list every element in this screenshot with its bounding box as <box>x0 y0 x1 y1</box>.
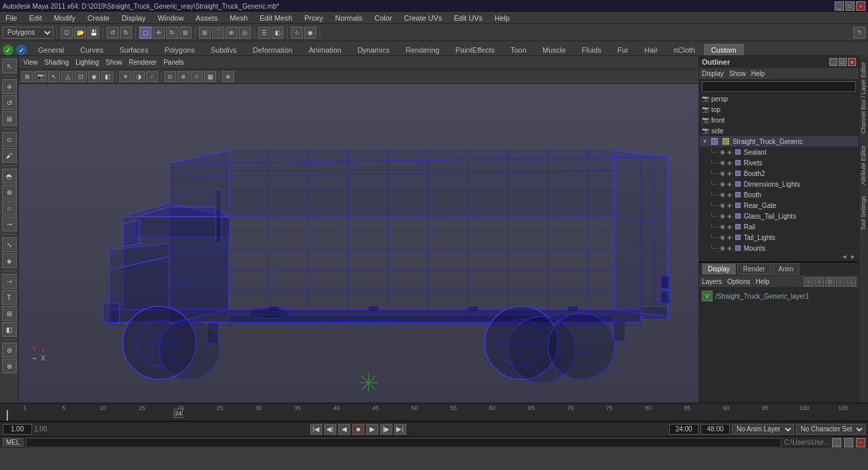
rvt-tool-settings[interactable]: Tool Settings <box>859 190 868 236</box>
mode-check[interactable]: ✓ <box>16 45 27 55</box>
menu-normals[interactable]: Normals <box>332 14 365 22</box>
render2-button[interactable]: ◧ <box>2 322 17 337</box>
help-button[interactable]: ? <box>853 27 865 39</box>
curve-button[interactable]: ∿ <box>2 237 17 252</box>
new-scene-button[interactable]: 🗋 <box>61 27 73 39</box>
anim-layer-dropdown[interactable]: No Anim Layer <box>732 424 794 435</box>
layer-icon-5[interactable]: ↓ <box>847 277 856 287</box>
layer-menu-layers[interactable]: Layers <box>702 278 722 285</box>
tab-ncloth[interactable]: nCloth <box>667 44 703 55</box>
vp-icon-xray[interactable]: ⊙ <box>164 71 176 82</box>
ik-button[interactable]: ⊸ <box>2 217 17 231</box>
tab-deformation[interactable]: Deformation <box>246 44 300 55</box>
outliner-item-truck-group[interactable]: ▼ Straight_Truck_Generic <box>699 136 859 147</box>
menu-edit-uvs[interactable]: Edit UVs <box>451 14 485 22</box>
layer-icon-1[interactable]: + <box>804 277 813 287</box>
vp-icon-hud[interactable]: ▦ <box>204 71 216 82</box>
text-button[interactable]: T <box>2 290 17 305</box>
vp-menu-view[interactable]: View <box>21 59 40 66</box>
layer-icon-3[interactable]: ⊞ <box>825 277 835 287</box>
cluster-button[interactable]: ⊕ <box>2 185 17 199</box>
undo-button[interactable]: ↺ <box>107 27 119 39</box>
outliner-item-tail-lights[interactable]: └─ ◉ ◈ Tail_Lights <box>699 232 859 243</box>
play-forward-button[interactable]: ▶ <box>366 424 378 435</box>
char-set-dropdown[interactable]: No Character Set <box>796 424 865 435</box>
viewport-canvas[interactable]: Y ↑ → X <box>19 84 699 403</box>
redo-button[interactable]: ↻ <box>120 27 132 39</box>
skip-to-end-button[interactable]: ▶| <box>394 424 406 435</box>
show-manip-button[interactable]: ◈ <box>2 253 17 268</box>
tab-dynamics[interactable]: Dynamics <box>350 44 397 55</box>
end-time-input1[interactable] <box>669 424 699 435</box>
outliner-item-rivets[interactable]: └─ ◉ ◈ Rivets <box>699 157 859 168</box>
vp-icon-wire[interactable]: ⊡ <box>75 71 87 82</box>
window-controls[interactable]: _ □ × <box>835 1 865 11</box>
tab-muscle[interactable]: Muscle <box>535 44 573 55</box>
snap-point-button[interactable]: ⊕ <box>226 27 238 39</box>
tab-surfaces[interactable]: Surfaces <box>112 44 155 55</box>
vp-icon-shadow[interactable]: ◑ <box>133 71 145 82</box>
outliner-item-dimensions-lights[interactable]: └─ ◉ ◈ Dimensions_Lights <box>699 179 859 189</box>
select-mode-button[interactable]: ↖ <box>2 59 17 73</box>
skip-to-start-button[interactable]: |◀ <box>310 424 322 435</box>
vp-icon-select[interactable]: ↖ <box>48 71 60 82</box>
close-button[interactable]: × <box>856 1 865 11</box>
tab-fur[interactable]: Fur <box>610 44 636 55</box>
layer-visibility-toggle[interactable]: V <box>702 291 713 301</box>
menu-create-uvs[interactable]: Create UVs <box>402 14 445 22</box>
vp-icon-smooth[interactable]: ◉ <box>88 71 100 82</box>
menu-edit[interactable]: Edit <box>27 14 45 22</box>
tab-toon[interactable]: Toon <box>503 44 534 55</box>
vp-icon-poly[interactable]: △ <box>61 71 73 82</box>
outliner-scroll-right[interactable]: ► <box>849 253 857 260</box>
maximize-button[interactable]: □ <box>845 1 855 11</box>
vp-icon-manip[interactable]: ⊹ <box>191 71 203 82</box>
soft-select-button[interactable]: ◉ <box>304 27 316 39</box>
menu-help[interactable]: Help <box>492 14 512 22</box>
menu-display[interactable]: Display <box>119 14 148 22</box>
paint-button[interactable]: 🖌 <box>2 148 17 163</box>
vp-icon-ao[interactable]: ○ <box>146 71 158 82</box>
outliner-item-front[interactable]: 📷 front <box>699 115 859 125</box>
camera2-button[interactable]: ⊞ <box>2 306 17 321</box>
tab-polygons[interactable]: Polygons <box>157 44 201 55</box>
history-button[interactable]: ☰ <box>258 27 270 39</box>
outliner-item-rail[interactable]: └─ ◉ ◈ Rail <box>699 221 859 232</box>
snap-curve-button[interactable]: ⌒ <box>212 27 224 39</box>
outliner-item-mounts[interactable]: └─ ◉ ◈ Mounts <box>699 243 859 251</box>
menu-edit-mesh[interactable]: Edit Mesh <box>257 14 295 22</box>
rvt-channel-box[interactable]: Channel Box / Layer Editor <box>859 56 868 139</box>
outliner-item-list[interactable]: 📷 persp 📷 top 📷 front 📷 side ▼ <box>699 93 859 251</box>
viewport[interactable]: View Shading Lighting Show Renderer Pane… <box>19 56 699 403</box>
layer-tab-anim[interactable]: Anim <box>773 263 800 275</box>
tab-general[interactable]: General <box>31 44 71 55</box>
outliner-minimize[interactable]: _ <box>829 58 837 66</box>
outliner-item-booth2[interactable]: └─ ◉ ◈ Booth2 <box>699 168 859 179</box>
tab-custom[interactable]: Custom <box>704 44 744 55</box>
tab-painteffects[interactable]: PaintEffects <box>448 44 502 55</box>
menu-modify[interactable]: Modify <box>51 14 78 22</box>
lasso-button[interactable]: ⊂ <box>2 132 17 147</box>
tab-fluids[interactable]: Fluids <box>574 44 608 55</box>
render-button[interactable]: ◧ <box>272 27 284 39</box>
vp-icon-isolate[interactable]: ⊛ <box>177 71 189 82</box>
outliner-item-persp[interactable]: 📷 persp <box>699 93 859 104</box>
deform-button[interactable]: ⊗ <box>2 359 17 373</box>
rvt-attribute-editor[interactable]: Attribute Editor <box>859 139 868 191</box>
vp-icon-light[interactable]: ☀ <box>119 71 131 82</box>
status-minimize[interactable]: _ <box>832 438 841 447</box>
measure-button[interactable]: ⊣ <box>2 274 17 289</box>
outliner-search-input[interactable] <box>702 81 856 92</box>
snap-grid-button[interactable]: ⊞ <box>199 27 211 39</box>
layer-menu-help[interactable]: Help <box>755 278 769 285</box>
menu-create[interactable]: Create <box>85 14 112 22</box>
tab-curves[interactable]: Curves <box>73 44 111 55</box>
manip-button[interactable]: ⊹ <box>291 27 303 39</box>
vp-icon-camera[interactable]: 📷 <box>35 71 47 82</box>
vp-icon-texture[interactable]: ◧ <box>101 71 113 82</box>
outliner-menu-display[interactable]: Display <box>702 70 724 77</box>
save-button[interactable]: 💾 <box>87 27 99 39</box>
layer-icon-4[interactable]: ↑ <box>836 277 845 287</box>
outliner-item-booth[interactable]: └─ ◉ ◈ Booth <box>699 189 859 200</box>
menu-mesh[interactable]: Mesh <box>227 14 250 22</box>
